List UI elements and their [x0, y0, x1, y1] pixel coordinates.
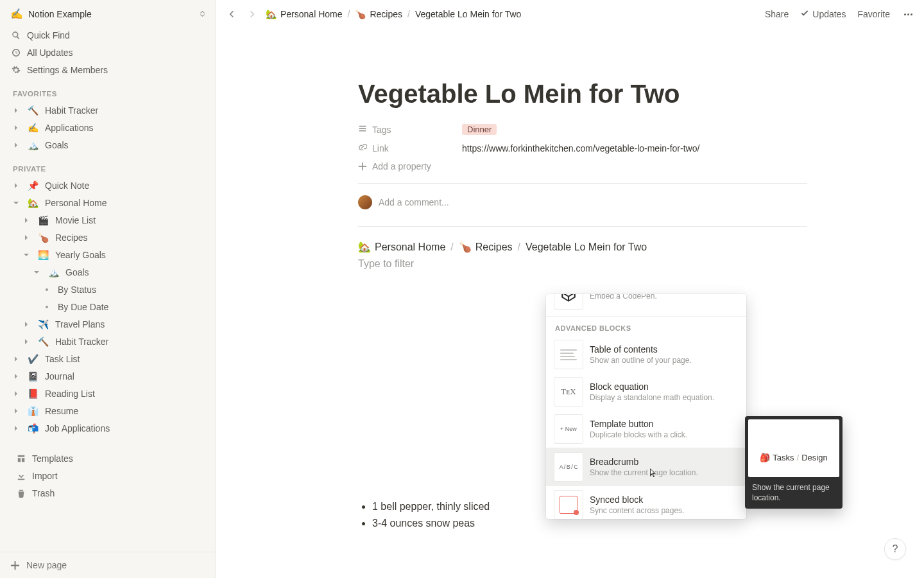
breadcrumb-label: Recipes: [370, 9, 402, 19]
all-updates-button[interactable]: All Updates: [5, 44, 210, 61]
sidebar-item-page[interactable]: 🌅Yearly Goals: [5, 246, 210, 263]
menu-item-title: Breadcrumb: [590, 457, 698, 467]
breadcrumb-item[interactable]: 🏡Personal Home: [358, 241, 445, 253]
workspace-switcher[interactable]: ✍️ Notion Example: [0, 0, 215, 26]
settings-members-label: Settings & Members: [27, 65, 108, 75]
more-menu-button[interactable]: [902, 13, 915, 15]
chevron-right-icon[interactable]: [10, 405, 22, 417]
comment-row[interactable]: Add a comment...: [358, 193, 807, 218]
chevron-right-icon[interactable]: [10, 180, 22, 191]
sidebar-item-favorite[interactable]: 🏔️ Goals: [5, 136, 210, 153]
breadcrumb-item[interactable]: Vegetable Lo Mein for Two: [526, 241, 647, 253]
synced-block-icon: [554, 490, 583, 519]
breadcrumb-item[interactable]: Vegetable Lo Mein for Two: [415, 9, 522, 19]
menu-item-desc: Sync content across pages.: [590, 506, 684, 515]
breadcrumb-sep: /: [518, 241, 520, 253]
page-label: Journal: [45, 371, 74, 381]
block-menu-item[interactable]: A / B / C Breadcrumb Show the current pa…: [546, 448, 746, 486]
trash-button[interactable]: Trash: [10, 484, 205, 502]
quick-find-button[interactable]: Quick Find: [5, 26, 210, 44]
share-button[interactable]: Share: [765, 9, 789, 19]
block-menu-item[interactable]: Synced block Sync content across pages.: [546, 486, 746, 519]
templates-button[interactable]: Templates: [10, 450, 205, 467]
forward-button[interactable]: [245, 7, 259, 21]
settings-members-button[interactable]: Settings & Members: [5, 61, 210, 78]
sidebar-item-page[interactable]: •By Status: [5, 281, 210, 298]
block-menu-item[interactable]: + New Template button Duplicate blocks w…: [546, 410, 746, 448]
template-button-icon: + New: [554, 414, 583, 444]
page-title[interactable]: Vegetable Lo Mein for Two: [358, 80, 807, 109]
topbar: 🏡Personal Home/🍗Recipes/Vegetable Lo Mei…: [216, 0, 924, 28]
link-label: Link: [372, 143, 389, 153]
page-label: Job Applications: [45, 423, 110, 434]
back-button[interactable]: [225, 7, 239, 21]
chevron-right-icon[interactable]: [21, 249, 32, 261]
backpack-icon: 🎒: [760, 453, 770, 462]
chevron-right-icon[interactable]: [21, 319, 32, 330]
link-value[interactable]: https://www.forkinthekitchen.com/vegetab…: [462, 143, 807, 153]
sidebar-item-favorite[interactable]: 🔨 Habit Tracker: [5, 101, 210, 119]
list-item[interactable]: 3-4 ounces snow peas: [372, 518, 807, 529]
tooltip-description: Show the current page location.: [748, 477, 839, 505]
page-emoji: 🏔️: [27, 140, 38, 150]
filter-input[interactable]: [358, 258, 551, 270]
block-menu-item[interactable]: TᴇX Block equation Display a standalone …: [546, 373, 746, 410]
trash-label: Trash: [32, 488, 55, 498]
sidebar-item-page[interactable]: •By Due Date: [5, 298, 210, 315]
breadcrumb-item[interactable]: 🏡Personal Home: [266, 9, 343, 19]
chevron-right-icon[interactable]: [21, 232, 32, 243]
new-page-button[interactable]: New page: [0, 552, 215, 578]
chevron-right-icon[interactable]: [21, 336, 32, 347]
tag-chip-dinner[interactable]: Dinner: [462, 124, 497, 135]
favorite-button[interactable]: Favorite: [857, 9, 890, 19]
add-property-button[interactable]: Add a property: [358, 157, 807, 175]
page-label: Quick Note: [45, 180, 89, 191]
chevron-right-icon[interactable]: [21, 215, 32, 226]
help-button[interactable]: ?: [884, 538, 906, 560]
chevron-right-icon[interactable]: [10, 353, 22, 365]
sidebar-item-favorite[interactable]: ✍️ Applications: [5, 119, 210, 136]
topbar-breadcrumb: 🏡Personal Home/🍗Recipes/Vegetable Lo Mei…: [266, 9, 758, 19]
chevron-right-icon[interactable]: [10, 371, 22, 382]
breadcrumb-sep: /: [407, 9, 410, 19]
link-property-row[interactable]: Link https://www.forkinthekitchen.com/ve…: [358, 139, 807, 157]
inline-breadcrumb-block[interactable]: 🏡Personal Home/🍗Recipes/Vegetable Lo Mei…: [358, 241, 807, 253]
chevron-right-icon[interactable]: [10, 105, 22, 116]
sidebar-item-page[interactable]: 📕Reading List: [5, 385, 210, 402]
chevron-right-icon[interactable]: [31, 267, 42, 278]
chevron-right-icon[interactable]: [10, 139, 22, 151]
tooltip-breadcrumb-item: Tasks: [773, 453, 794, 462]
chevron-right-icon[interactable]: [10, 388, 22, 399]
updates-button[interactable]: Updates: [800, 9, 846, 20]
sidebar-item-page[interactable]: 🔨Habit Tracker: [5, 333, 210, 350]
import-button[interactable]: Import: [10, 467, 205, 484]
sidebar-item-page[interactable]: ✔️Task List: [5, 350, 210, 367]
sidebar-item-page[interactable]: 📬Job Applications: [5, 419, 210, 437]
tags-property-row[interactable]: Tags Dinner: [358, 120, 807, 139]
chevron-right-icon[interactable]: [10, 423, 22, 434]
menu-item-title: Synced block: [590, 495, 684, 505]
sidebar-item-page[interactable]: 🏡Personal Home: [5, 194, 210, 211]
menu-item-title: Template button: [590, 419, 687, 429]
sidebar-item-page[interactable]: 📓Journal: [5, 367, 210, 385]
menu-item-title: Table of contents: [590, 344, 692, 355]
sidebar-item-page[interactable]: 📌Quick Note: [5, 177, 210, 194]
chevron-right-icon[interactable]: [10, 122, 22, 134]
breadcrumb-emoji: 🏡: [266, 9, 277, 19]
breadcrumb-item[interactable]: 🍗Recipes: [355, 9, 402, 19]
sidebar-item-page[interactable]: 🎬Movie List: [5, 211, 210, 229]
sidebar-item-page[interactable]: 🏔️Goals: [5, 263, 210, 281]
block-menu-item[interactable]: Table of contents Show an outline of you…: [546, 336, 746, 373]
breadcrumb-item[interactable]: 🍗Recipes: [459, 241, 513, 253]
templates-icon: [15, 453, 27, 464]
page-label: Goals: [45, 140, 69, 150]
sidebar-item-page[interactable]: 🍗Recipes: [5, 229, 210, 246]
sidebar-item-page[interactable]: ✈️Travel Plans: [5, 315, 210, 333]
chevron-right-icon[interactable]: [10, 197, 22, 209]
bullet-icon: •: [41, 285, 53, 295]
menu-item-desc: Display a standalone math equation.: [590, 393, 714, 402]
sidebar-item-page[interactable]: 👔Resume: [5, 402, 210, 419]
block-menu-item-codepen[interactable]: CodePen Embed a CodePen.: [546, 294, 746, 316]
page-emoji: ✈️: [37, 319, 49, 329]
breadcrumb-label: Vegetable Lo Mein for Two: [415, 9, 522, 19]
